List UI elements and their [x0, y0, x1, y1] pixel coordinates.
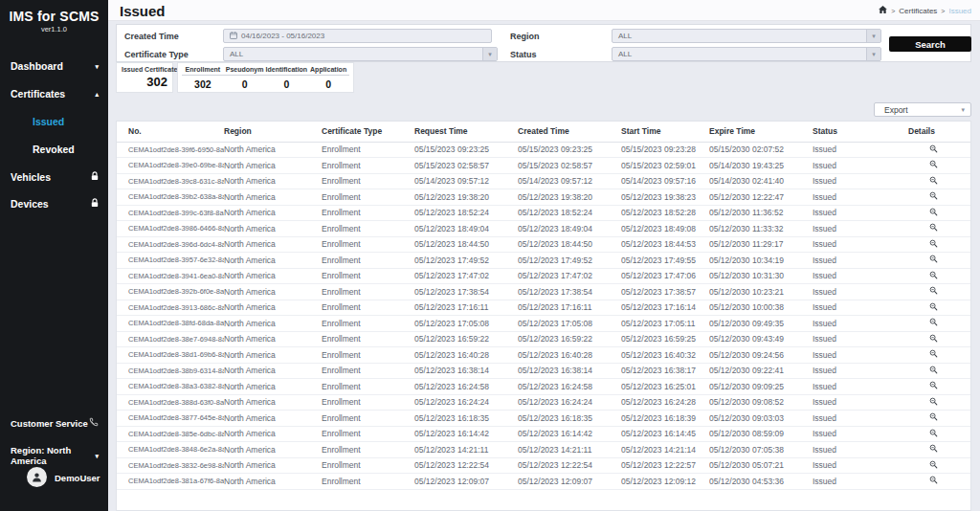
status-select-value: ALL	[618, 50, 632, 58]
details-magnifier-icon[interactable]	[929, 302, 938, 313]
cert-created-time: 05/12/2023 12:22:54	[518, 457, 621, 474]
details-magnifier-icon[interactable]	[929, 191, 938, 202]
sidebar-item-revoked[interactable]: Revoked	[0, 142, 108, 157]
cert-status: Issued	[813, 426, 908, 442]
table-row: CEMA1odf2de8-3913-686c-8a4e— North Ameri…	[117, 300, 971, 316]
details-magnifier-icon[interactable]	[929, 318, 938, 328]
details-magnifier-icon[interactable]	[929, 444, 938, 455]
page-title: Issued	[120, 3, 166, 19]
cert-type: Enrollment	[322, 158, 414, 174]
cert-expire-time: 05/12/2030 09:03:03	[709, 411, 813, 427]
cert-type: Enrollment	[322, 142, 414, 158]
cert-request-time: 05/12/2023 16:24:58	[414, 379, 518, 395]
cert-start-time: 05/12/2023 17:38:57	[621, 284, 709, 300]
table-row: CEMA1odf2de8-3848-6e2a-8a4e— North Ameri…	[117, 442, 971, 458]
created-time-label: Created Time	[124, 32, 179, 41]
region-selector[interactable]: Region: North America ▾	[0, 445, 108, 466]
cert-request-time: 05/12/2023 17:38:54	[414, 284, 518, 300]
filter-panel: Created Time 04/16/2023 - 05/16/2023 Reg…	[116, 24, 971, 62]
details-magnifier-icon[interactable]	[929, 144, 938, 155]
certificates-table: No. Region Certificate Type Request Time…	[116, 121, 971, 511]
details-magnifier-icon[interactable]	[929, 334, 938, 344]
sidebar-item-dashboard[interactable]: Dashboard ▾	[0, 58, 108, 74]
cert-created-time: 05/12/2023 18:44:50	[518, 236, 621, 253]
details-magnifier-icon[interactable]	[929, 255, 938, 265]
cert-region: North America	[224, 394, 322, 411]
details-magnifier-icon[interactable]	[929, 223, 938, 233]
details-magnifier-icon[interactable]	[929, 366, 938, 376]
cert-start-time: 05/12/2023 16:59:25	[621, 331, 709, 347]
cert-created-time: 05/12/2023 16:38:14	[518, 363, 621, 379]
status-select[interactable]: ALL ▾	[612, 47, 881, 61]
breadcrumb-certificates[interactable]: Certificates	[899, 7, 937, 15]
chevron-down-icon: ▾	[482, 48, 497, 60]
cert-expire-time: 05/12/2030 09:08:52	[709, 394, 813, 411]
details-cell	[908, 379, 971, 395]
cert-start-time: 05/14/2023 09:57:16	[621, 173, 709, 189]
cert-request-time: 05/12/2023 16:14:42	[414, 426, 518, 442]
user-name[interactable]: DemoUser	[55, 473, 100, 483]
details-magnifier-icon[interactable]	[929, 208, 938, 218]
cert-no: CEMA1odf2de8-3941-6ea0-8a4e—	[117, 268, 224, 284]
details-magnifier-icon[interactable]	[929, 429, 938, 439]
region-select[interactable]: ALL ▾	[612, 29, 881, 43]
main-area: Issued > Certificates > Issued Created T…	[108, 0, 980, 511]
cert-request-time: 05/12/2023 17:16:11	[414, 300, 518, 316]
customer-service-button[interactable]: Customer Service	[0, 417, 108, 429]
cert-created-time: 05/12/2023 16:18:35	[518, 411, 621, 427]
cert-no: CEMA1odf2de8-388d-63f0-8a4e—	[117, 394, 224, 411]
sidebar-item-label: Vehicles	[11, 171, 51, 183]
sidebar-item-devices[interactable]: Devices	[0, 196, 108, 211]
details-magnifier-icon[interactable]	[929, 381, 938, 391]
cert-region: North America	[224, 236, 322, 253]
details-magnifier-icon[interactable]	[929, 286, 938, 297]
cert-no: CEMA1odf2de8-3913-686c-8a4e—	[117, 300, 224, 316]
cert-no: CEMA1odf2de8-38a3-6382-8a4e—	[117, 379, 224, 395]
cert-expire-time: 05/12/2030 10:23:21	[709, 284, 813, 300]
cert-created-time: 05/12/2023 17:49:52	[518, 253, 621, 269]
details-magnifier-icon[interactable]	[929, 476, 938, 486]
cert-type: Enrollment	[322, 316, 414, 332]
cert-status: Issued	[813, 442, 908, 458]
search-button[interactable]: Search	[889, 36, 971, 52]
details-magnifier-icon[interactable]	[929, 460, 938, 471]
cert-no: CEMA1odf2de8-399c-63f8-8a4e—	[117, 205, 224, 221]
certificate-type-select[interactable]: ALL ▾	[223, 47, 498, 61]
sidebar-item-vehicles[interactable]: Vehicles	[0, 169, 108, 185]
chevron-down-icon: ▾	[95, 453, 99, 459]
cert-no: CEMA1odf2de8-3877-645e-8a4e—	[117, 411, 224, 427]
cert-start-time: 05/12/2023 16:40:32	[621, 347, 709, 364]
details-magnifier-icon[interactable]	[929, 397, 938, 408]
export-dropdown[interactable]: Export ▾	[874, 102, 971, 117]
details-magnifier-icon[interactable]	[929, 349, 938, 360]
cert-created-time: 05/12/2023 17:16:11	[518, 300, 621, 316]
table-body: CEMA1odf2de8-39f6-6950-8a4e— North Ameri…	[117, 142, 971, 489]
details-magnifier-icon[interactable]	[929, 176, 938, 187]
details-magnifier-icon[interactable]	[929, 239, 938, 250]
certificate-type-value: ALL	[230, 50, 243, 58]
sidebar-item-certificates[interactable]: Certificates ▴	[0, 86, 108, 101]
sidebar-item-issued[interactable]: Issued	[0, 114, 108, 129]
details-magnifier-icon[interactable]	[929, 271, 938, 281]
cert-expire-time: 05/12/2030 09:09:25	[709, 379, 813, 395]
cert-region: North America	[224, 142, 322, 158]
cert-no: CEMA1odf2de8-3957-6e32-8a4e—	[117, 253, 224, 269]
created-time-range-value: 04/16/2023 - 05/16/2023	[241, 32, 324, 40]
cert-request-time: 05/12/2023 16:18:35	[414, 411, 518, 427]
breadcrumb-issued[interactable]: Issued	[948, 7, 971, 15]
column-header-region: Region	[224, 122, 322, 142]
table-row: CEMA1odf2de8-3832-6e98-8a4e— North Ameri…	[117, 457, 971, 474]
cert-type: Enrollment	[322, 189, 414, 206]
avatar[interactable]	[27, 467, 47, 487]
breakdown-identification: Identification 0	[266, 66, 308, 89]
details-magnifier-icon[interactable]	[929, 412, 938, 423]
sidebar-item-label: Dashboard	[11, 60, 63, 72]
cert-request-time: 05/12/2023 16:24:24	[414, 394, 518, 411]
home-icon[interactable]	[879, 6, 887, 15]
details-cell	[908, 457, 971, 474]
created-time-range-input[interactable]: 04/16/2023 - 05/16/2023	[223, 29, 492, 43]
cert-no: CEMA1odf2de8-39e0-69be-8a4e—	[117, 158, 224, 174]
details-magnifier-icon[interactable]	[929, 160, 938, 170]
cert-expire-time: 05/14/2030 19:43:25	[709, 158, 813, 174]
breadcrumb: > Certificates > Issued	[879, 6, 971, 15]
